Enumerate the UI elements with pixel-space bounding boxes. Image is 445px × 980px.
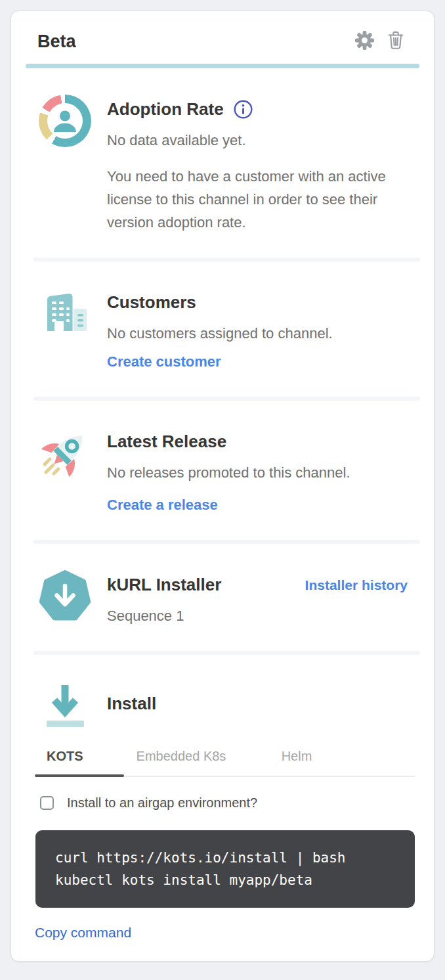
create-customer-link[interactable]: Create customer (107, 350, 221, 373)
install-command-block: curl https://kots.io/install | bash kube… (35, 830, 415, 908)
tab-kots[interactable]: KOTS (35, 748, 124, 776)
customers-buildings-icon (39, 288, 91, 340)
section-latest-release: Latest Release No releases promoted to t… (11, 401, 434, 540)
kurl-installer-title: kURL Installer (107, 573, 221, 596)
copy-command-link[interactable]: Copy command (35, 925, 131, 941)
airgap-label: Install to an airgap environment? (67, 795, 257, 811)
install-download-icon (39, 681, 91, 734)
install-title: Install (107, 692, 156, 715)
latest-release-title: Latest Release (107, 430, 226, 453)
section-kurl-installer: kURL Installer Installer history Sequenc… (11, 544, 434, 651)
channel-card: Beta (11, 11, 434, 962)
create-release-link[interactable]: Create a release (107, 493, 218, 516)
airgap-checkbox[interactable] (40, 796, 54, 810)
installer-sequence-text: Sequence 1 (107, 604, 408, 627)
rocket-icon (39, 427, 91, 479)
adoption-rate-title: Adoption Rate (107, 97, 224, 121)
section-adoption-rate: Adoption Rate No data available yet. You… (11, 68, 434, 257)
installer-history-link[interactable]: Installer history (305, 573, 408, 596)
kurl-installer-icon (39, 570, 91, 623)
adoption-rate-empty-text: No data available yet. (107, 129, 408, 152)
gear-icon (354, 30, 375, 53)
latest-release-empty-text: No releases promoted to this channel. (107, 461, 408, 484)
info-icon[interactable] (233, 99, 253, 120)
customers-empty-text: No customers assigned to channel. (107, 322, 408, 345)
channel-card-header: Beta (11, 11, 434, 64)
section-customers: Customers No customers assigned to chann… (11, 261, 434, 397)
customers-title: Customers (107, 290, 196, 314)
install-command-line: kubectl kots install myapp/beta (55, 872, 312, 888)
airgap-row: Install to an airgap environment? (40, 795, 408, 811)
adoption-rate-donut-icon (39, 95, 91, 147)
channel-name: Beta (37, 32, 76, 52)
delete-channel-button[interactable] (385, 31, 406, 52)
section-install: Install (11, 655, 434, 734)
settings-button[interactable] (354, 31, 375, 52)
install-tabs: KOTS Embedded K8s Helm (35, 748, 415, 777)
trash-icon (387, 30, 405, 53)
tab-helm[interactable]: Helm (247, 748, 346, 776)
adoption-rate-help-text: You need to have a customer with an acti… (107, 165, 408, 234)
header-actions (354, 31, 406, 52)
channel-accent-bar (26, 64, 419, 68)
tab-embedded-k8s[interactable]: Embedded K8s (124, 748, 238, 776)
install-command-line: curl https://kots.io/install | bash (55, 850, 346, 866)
